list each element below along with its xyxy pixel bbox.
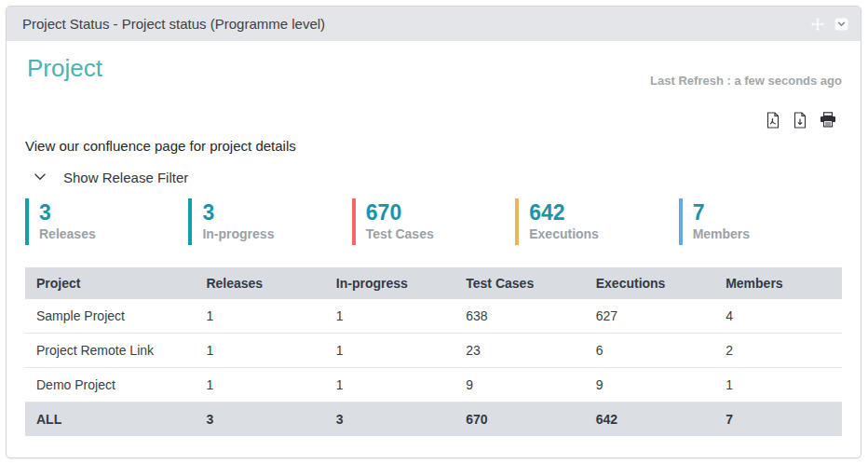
cell-project-name: Sample Project — [25, 299, 195, 334]
column-header-members: Members — [714, 267, 842, 299]
widget-body: Project Last Refresh : a few seconds ago — [7, 55, 861, 436]
project-status-widget: Project Status - Project status (Program… — [6, 6, 861, 458]
cell-test-cases: 638 — [454, 299, 584, 334]
cell-releases: 1 — [195, 334, 324, 368]
cell-total-label: ALL — [25, 403, 195, 437]
widget-header: Project Status - Project status (Program… — [7, 7, 861, 41]
cell-members: 4 — [714, 299, 842, 334]
stat-in-progress: 3 In-progress — [188, 198, 351, 245]
stat-in-progress-label: In-progress — [202, 226, 351, 241]
cell-members: 2 — [714, 334, 842, 368]
chevron-down-icon — [34, 173, 46, 181]
cell-executions: 6 — [585, 334, 714, 368]
export-pdf-icon[interactable] — [766, 112, 780, 129]
export-excel-icon[interactable] — [793, 112, 807, 129]
stat-releases: 3 Releases — [25, 198, 188, 245]
release-filter-toggle[interactable]: Show Release Filter — [34, 170, 188, 185]
cell-test-cases: 9 — [454, 368, 584, 403]
dashboard-canvas: Project Status - Project status (Program… — [0, 0, 868, 464]
cell-project-name: Demo Project — [25, 368, 195, 403]
stat-test-cases: 670 Test Cases — [352, 198, 515, 245]
project-status-table: Project Releases In-progress Test Cases … — [25, 267, 842, 436]
cell-in-progress: 1 — [325, 334, 454, 368]
summary-stats: 3 Releases 3 In-progress 670 Test Cases … — [25, 198, 842, 245]
stat-members-value: 7 — [693, 200, 842, 225]
confluence-note: View our confluence page for project det… — [25, 138, 842, 154]
cell-total-releases: 3 — [195, 403, 324, 437]
cell-in-progress: 1 — [325, 299, 454, 334]
cell-releases: 1 — [195, 299, 324, 334]
last-refresh-text: Last Refresh : a few seconds ago — [650, 74, 842, 88]
widget-title: Project Status - Project status (Program… — [22, 16, 325, 32]
cell-members: 1 — [714, 368, 842, 403]
export-toolbar — [25, 112, 842, 129]
cell-total-test-cases: 670 — [454, 403, 584, 437]
column-header-in-progress: In-progress — [325, 267, 454, 299]
cell-executions: 627 — [585, 299, 714, 334]
cell-in-progress: 1 — [325, 368, 454, 403]
column-header-test-cases: Test Cases — [454, 267, 584, 299]
cell-total-in-progress: 3 — [325, 403, 454, 437]
stat-releases-label: Releases — [39, 226, 188, 241]
move-icon[interactable] — [811, 18, 824, 31]
cell-project-name: Project Remote Link — [25, 334, 195, 368]
table-row: Project Remote Link 1 1 23 6 2 — [25, 334, 842, 368]
cell-releases: 1 — [195, 368, 324, 403]
column-header-executions: Executions — [585, 267, 714, 299]
stat-in-progress-value: 3 — [202, 200, 351, 225]
table-row: Sample Project 1 1 638 627 4 — [25, 299, 842, 334]
cell-total-members: 7 — [714, 403, 842, 437]
column-header-project: Project — [25, 267, 195, 299]
column-header-releases: Releases — [195, 267, 324, 299]
stat-members-label: Members — [693, 226, 842, 241]
cell-test-cases: 23 — [454, 334, 584, 368]
print-icon[interactable] — [820, 112, 836, 128]
cell-executions: 9 — [585, 368, 714, 403]
stat-executions: 642 Executions — [515, 198, 678, 245]
table-total-row: ALL 3 3 670 642 7 — [25, 403, 842, 437]
stat-members: 7 Members — [679, 198, 842, 245]
stat-releases-value: 3 — [39, 200, 188, 225]
stat-test-cases-label: Test Cases — [366, 226, 515, 241]
table-header-row: Project Releases In-progress Test Cases … — [25, 267, 842, 299]
table-row: Demo Project 1 1 9 9 1 — [25, 368, 842, 403]
stat-executions-label: Executions — [529, 226, 678, 241]
collapse-icon[interactable] — [834, 18, 848, 31]
release-filter-label: Show Release Filter — [63, 170, 188, 185]
stat-executions-value: 642 — [529, 200, 678, 225]
stat-test-cases-value: 670 — [366, 200, 515, 225]
widget-header-actions — [811, 18, 848, 31]
cell-total-executions: 642 — [585, 403, 714, 437]
